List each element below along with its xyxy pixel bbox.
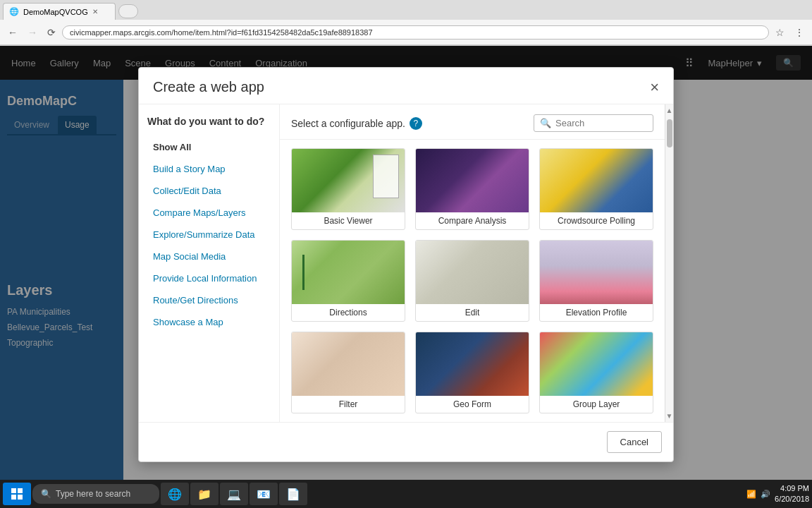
browser-tab[interactable]: 🌐 DemoMapQVCOG ✕ (3, 3, 116, 20)
help-icon[interactable]: ? (410, 117, 422, 130)
app-thumbnail-elevation (540, 241, 653, 304)
search-input[interactable] (555, 118, 647, 128)
page-background: Home Gallery Map Scene Groups Content Or… (0, 46, 812, 507)
clock-date: 6/20/2018 (775, 494, 809, 504)
modal-sidebar: What do you want to do? Show All Build a… (139, 104, 280, 422)
new-tab-button[interactable] (118, 4, 138, 18)
taskbar-explorer[interactable]: 📁 (190, 483, 219, 505)
taskbar-app3[interactable]: 📄 (279, 483, 307, 505)
refresh-button[interactable]: ⟳ (44, 25, 59, 40)
app-card-edit[interactable]: Edit (415, 240, 529, 322)
sidebar-nav-build-story-map[interactable]: Build a Story Map (147, 159, 271, 179)
tab-close-button[interactable]: ✕ (92, 8, 98, 16)
tab-bar: 🌐 DemoMapQVCOG ✕ (0, 0, 812, 20)
browser-chrome: 🌐 DemoMapQVCOG ✕ ← → ⟳ ☆ ⋮ (0, 0, 812, 46)
app-label-geoform: Geo Form (416, 396, 529, 413)
taskbar-app1[interactable]: 💻 (220, 483, 248, 505)
search-icon: 🔍 (540, 118, 551, 128)
app-thumbnail-basic-viewer (292, 149, 405, 212)
sidebar-nav-route[interactable]: Route/Get Directions (147, 290, 271, 310)
scroll-up-arrow[interactable]: ▲ (664, 104, 673, 116)
app-label-directions: Directions (292, 304, 405, 321)
app-label-edit: Edit (416, 304, 529, 321)
app-thumbnail-compare-analysis (416, 149, 529, 212)
tab-favicon: 🌐 (9, 7, 19, 16)
app-card-filter[interactable]: Filter (291, 332, 405, 413)
app-thumbnail-crowdsource-polling (540, 149, 653, 212)
create-web-app-modal: Create a web app × What do you want to d… (138, 67, 674, 462)
app-thumbnail-geoform (416, 332, 529, 396)
app-card-crowdsource-polling[interactable]: Crowdsource Polling (539, 148, 653, 230)
app-card-elevation-profile[interactable]: Elevation Profile (539, 240, 653, 322)
taskbar-search[interactable]: 🔍 Type here to search (32, 484, 159, 504)
modal-body: What do you want to do? Show All Build a… (139, 104, 673, 422)
modal-question: What do you want to do? (147, 116, 271, 127)
time-display: 4:09 PM 6/20/2018 (775, 483, 809, 505)
search-box: 🔍 (534, 114, 653, 132)
apps-grid: Basic Viewer Compare Analysis Crowdsourc… (291, 148, 653, 413)
taskbar-search-text: Type here to search (56, 489, 130, 499)
app-label-elevation-profile: Elevation Profile (540, 304, 653, 321)
windows-icon (11, 488, 23, 500)
sidebar-nav-social-media[interactable]: Map Social Media (147, 246, 271, 267)
app-card-basic-viewer[interactable]: Basic Viewer (291, 148, 405, 230)
modal-footer: Cancel (139, 422, 673, 461)
modal-scrollbar[interactable]: ▲ ▼ (665, 104, 673, 422)
app-thumbnail-directions (292, 241, 405, 304)
sidebar-nav-compare-maps[interactable]: Compare Maps/Layers (147, 202, 271, 223)
modal-close-button[interactable]: × (650, 80, 659, 95)
modal-header: Create a web app × (139, 68, 673, 104)
bookmark-button[interactable]: ☆ (772, 25, 788, 40)
modal-overlay: Create a web app × What do you want to d… (0, 46, 812, 507)
sidebar-nav-collect-edit[interactable]: Collect/Edit Data (147, 181, 271, 201)
configurable-label-area: Select a configurable app. ? (291, 117, 422, 130)
extensions-button[interactable]: ⋮ (791, 25, 808, 40)
svg-rect-1 (18, 488, 23, 493)
sidebar-nav-explore[interactable]: Explore/Summarize Data (147, 224, 271, 245)
app-thumbnail-edit (416, 241, 529, 304)
app-card-compare-analysis[interactable]: Compare Analysis (415, 148, 529, 230)
app-label-basic-viewer: Basic Viewer (292, 212, 405, 229)
app-label-compare-analysis: Compare Analysis (416, 212, 529, 229)
app-card-group-layer[interactable]: Group Layer (539, 332, 653, 413)
app-thumbnail-filter (292, 332, 405, 396)
scroll-thumb[interactable] (667, 119, 672, 147)
apps-grid-container: Basic Viewer Compare Analysis Crowdsourc… (280, 140, 665, 422)
taskbar-volume-icon: 🔊 (761, 490, 770, 499)
app-label-crowdsource-polling: Crowdsource Polling (540, 212, 653, 229)
sidebar-nav-provide-local[interactable]: Provide Local Information (147, 268, 271, 289)
nav-bar: ← → ⟳ ☆ ⋮ (0, 20, 812, 45)
sidebar-nav-show-all[interactable]: Show All (147, 137, 271, 157)
clock-time: 4:09 PM (775, 483, 809, 494)
modal-main-header: Select a configurable app. ? 🔍 (280, 104, 665, 140)
taskbar-chrome[interactable]: 🌐 (161, 483, 189, 505)
app-label-filter: Filter (292, 396, 405, 413)
forward-button[interactable]: → (24, 25, 41, 40)
taskbar-system-tray: 📶 🔊 4:09 PM 6/20/2018 (746, 483, 809, 505)
sidebar-nav-showcase[interactable]: Showcase a Map (147, 312, 271, 332)
app-thumbnail-group-layer (540, 332, 653, 396)
svg-rect-0 (11, 488, 16, 493)
scroll-down-arrow[interactable]: ▼ (664, 410, 673, 422)
svg-rect-3 (18, 495, 23, 500)
app-card-directions[interactable]: Directions (291, 240, 405, 322)
modal-main: Select a configurable app. ? 🔍 (280, 104, 665, 422)
url-bar[interactable] (62, 25, 769, 40)
taskbar-app2[interactable]: 📧 (250, 483, 278, 505)
start-button[interactable] (3, 483, 31, 505)
back-button[interactable]: ← (4, 25, 21, 40)
taskbar-network-icon: 📶 (746, 490, 756, 499)
app-card-geoform[interactable]: Geo Form (415, 332, 529, 413)
cancel-button[interactable]: Cancel (607, 431, 662, 453)
tab-title: DemoMapQVCOG (23, 8, 88, 16)
app-label-group-layer: Group Layer (540, 396, 653, 413)
modal-title: Create a web app (153, 79, 264, 95)
svg-rect-2 (11, 495, 16, 500)
configurable-label: Select a configurable app. (291, 118, 405, 129)
windows-taskbar: 🔍 Type here to search 🌐 📁 💻 📧 📄 📶 🔊 4:09… (0, 480, 812, 508)
taskbar-search-icon: 🔍 (41, 489, 51, 499)
